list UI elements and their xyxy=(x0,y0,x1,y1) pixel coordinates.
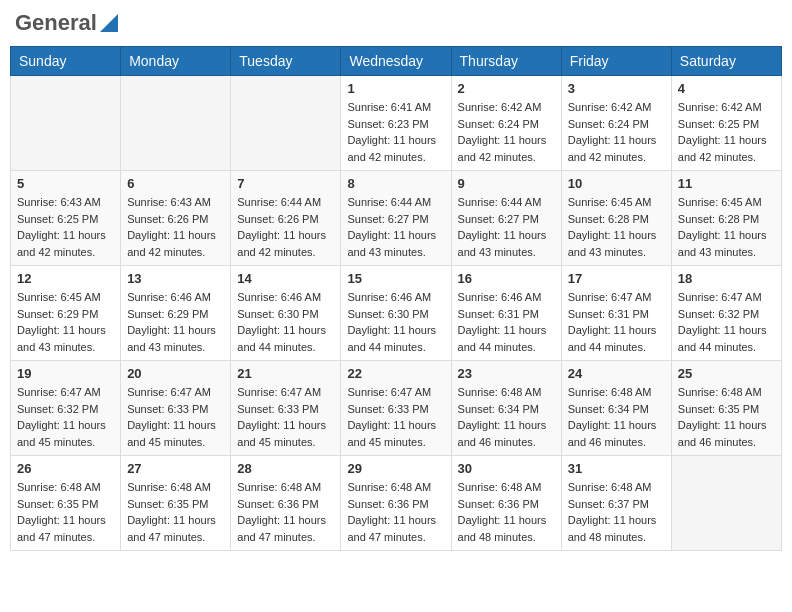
calendar-cell: 3Sunrise: 6:42 AM Sunset: 6:24 PM Daylig… xyxy=(561,76,671,171)
day-number: 13 xyxy=(127,271,224,286)
day-info: Sunrise: 6:47 AM Sunset: 6:33 PM Dayligh… xyxy=(237,384,334,450)
day-info: Sunrise: 6:44 AM Sunset: 6:26 PM Dayligh… xyxy=(237,194,334,260)
calendar-cell xyxy=(671,456,781,551)
day-info: Sunrise: 6:42 AM Sunset: 6:24 PM Dayligh… xyxy=(458,99,555,165)
day-info: Sunrise: 6:43 AM Sunset: 6:26 PM Dayligh… xyxy=(127,194,224,260)
day-info: Sunrise: 6:47 AM Sunset: 6:32 PM Dayligh… xyxy=(678,289,775,355)
day-info: Sunrise: 6:47 AM Sunset: 6:33 PM Dayligh… xyxy=(127,384,224,450)
day-of-week-header: Sunday xyxy=(11,47,121,76)
day-info: Sunrise: 6:47 AM Sunset: 6:31 PM Dayligh… xyxy=(568,289,665,355)
calendar-cell: 7Sunrise: 6:44 AM Sunset: 6:26 PM Daylig… xyxy=(231,171,341,266)
day-number: 17 xyxy=(568,271,665,286)
day-number: 25 xyxy=(678,366,775,381)
day-info: Sunrise: 6:46 AM Sunset: 6:29 PM Dayligh… xyxy=(127,289,224,355)
calendar-cell: 22Sunrise: 6:47 AM Sunset: 6:33 PM Dayli… xyxy=(341,361,451,456)
calendar-cell: 27Sunrise: 6:48 AM Sunset: 6:35 PM Dayli… xyxy=(121,456,231,551)
day-number: 20 xyxy=(127,366,224,381)
day-number: 2 xyxy=(458,81,555,96)
day-info: Sunrise: 6:48 AM Sunset: 6:35 PM Dayligh… xyxy=(127,479,224,545)
day-number: 15 xyxy=(347,271,444,286)
day-of-week-header: Wednesday xyxy=(341,47,451,76)
day-number: 30 xyxy=(458,461,555,476)
calendar-header-row: SundayMondayTuesdayWednesdayThursdayFrid… xyxy=(11,47,782,76)
calendar-cell: 25Sunrise: 6:48 AM Sunset: 6:35 PM Dayli… xyxy=(671,361,781,456)
calendar-cell: 28Sunrise: 6:48 AM Sunset: 6:36 PM Dayli… xyxy=(231,456,341,551)
calendar-cell xyxy=(11,76,121,171)
day-number: 22 xyxy=(347,366,444,381)
day-number: 18 xyxy=(678,271,775,286)
calendar-cell xyxy=(121,76,231,171)
day-number: 31 xyxy=(568,461,665,476)
calendar-cell: 11Sunrise: 6:45 AM Sunset: 6:28 PM Dayli… xyxy=(671,171,781,266)
calendar-cell: 31Sunrise: 6:48 AM Sunset: 6:37 PM Dayli… xyxy=(561,456,671,551)
calendar-cell: 20Sunrise: 6:47 AM Sunset: 6:33 PM Dayli… xyxy=(121,361,231,456)
day-info: Sunrise: 6:48 AM Sunset: 6:34 PM Dayligh… xyxy=(458,384,555,450)
calendar-cell: 16Sunrise: 6:46 AM Sunset: 6:31 PM Dayli… xyxy=(451,266,561,361)
day-info: Sunrise: 6:47 AM Sunset: 6:32 PM Dayligh… xyxy=(17,384,114,450)
day-number: 23 xyxy=(458,366,555,381)
calendar-week-row: 1Sunrise: 6:41 AM Sunset: 6:23 PM Daylig… xyxy=(11,76,782,171)
day-info: Sunrise: 6:44 AM Sunset: 6:27 PM Dayligh… xyxy=(458,194,555,260)
day-info: Sunrise: 6:44 AM Sunset: 6:27 PM Dayligh… xyxy=(347,194,444,260)
logo: General xyxy=(15,10,118,36)
day-info: Sunrise: 6:48 AM Sunset: 6:36 PM Dayligh… xyxy=(458,479,555,545)
day-number: 12 xyxy=(17,271,114,286)
day-number: 21 xyxy=(237,366,334,381)
calendar-week-row: 19Sunrise: 6:47 AM Sunset: 6:32 PM Dayli… xyxy=(11,361,782,456)
calendar-cell: 2Sunrise: 6:42 AM Sunset: 6:24 PM Daylig… xyxy=(451,76,561,171)
day-number: 19 xyxy=(17,366,114,381)
day-of-week-header: Monday xyxy=(121,47,231,76)
calendar-cell: 1Sunrise: 6:41 AM Sunset: 6:23 PM Daylig… xyxy=(341,76,451,171)
day-of-week-header: Friday xyxy=(561,47,671,76)
day-number: 8 xyxy=(347,176,444,191)
day-number: 26 xyxy=(17,461,114,476)
calendar-cell: 6Sunrise: 6:43 AM Sunset: 6:26 PM Daylig… xyxy=(121,171,231,266)
calendar-week-row: 12Sunrise: 6:45 AM Sunset: 6:29 PM Dayli… xyxy=(11,266,782,361)
day-number: 3 xyxy=(568,81,665,96)
calendar-cell: 9Sunrise: 6:44 AM Sunset: 6:27 PM Daylig… xyxy=(451,171,561,266)
calendar-cell: 29Sunrise: 6:48 AM Sunset: 6:36 PM Dayli… xyxy=(341,456,451,551)
day-number: 16 xyxy=(458,271,555,286)
day-info: Sunrise: 6:45 AM Sunset: 6:29 PM Dayligh… xyxy=(17,289,114,355)
day-info: Sunrise: 6:45 AM Sunset: 6:28 PM Dayligh… xyxy=(678,194,775,260)
calendar-cell: 8Sunrise: 6:44 AM Sunset: 6:27 PM Daylig… xyxy=(341,171,451,266)
svg-marker-0 xyxy=(100,14,118,32)
page-header: General xyxy=(10,10,782,36)
calendar-cell: 12Sunrise: 6:45 AM Sunset: 6:29 PM Dayli… xyxy=(11,266,121,361)
calendar-cell: 18Sunrise: 6:47 AM Sunset: 6:32 PM Dayli… xyxy=(671,266,781,361)
day-info: Sunrise: 6:48 AM Sunset: 6:37 PM Dayligh… xyxy=(568,479,665,545)
day-info: Sunrise: 6:45 AM Sunset: 6:28 PM Dayligh… xyxy=(568,194,665,260)
day-of-week-header: Thursday xyxy=(451,47,561,76)
calendar-cell: 23Sunrise: 6:48 AM Sunset: 6:34 PM Dayli… xyxy=(451,361,561,456)
day-of-week-header: Saturday xyxy=(671,47,781,76)
day-info: Sunrise: 6:48 AM Sunset: 6:34 PM Dayligh… xyxy=(568,384,665,450)
day-number: 4 xyxy=(678,81,775,96)
day-info: Sunrise: 6:46 AM Sunset: 6:30 PM Dayligh… xyxy=(237,289,334,355)
calendar-cell: 10Sunrise: 6:45 AM Sunset: 6:28 PM Dayli… xyxy=(561,171,671,266)
day-number: 27 xyxy=(127,461,224,476)
day-number: 28 xyxy=(237,461,334,476)
day-info: Sunrise: 6:46 AM Sunset: 6:31 PM Dayligh… xyxy=(458,289,555,355)
day-number: 9 xyxy=(458,176,555,191)
calendar-cell xyxy=(231,76,341,171)
day-info: Sunrise: 6:42 AM Sunset: 6:25 PM Dayligh… xyxy=(678,99,775,165)
calendar-cell: 13Sunrise: 6:46 AM Sunset: 6:29 PM Dayli… xyxy=(121,266,231,361)
day-number: 14 xyxy=(237,271,334,286)
day-number: 5 xyxy=(17,176,114,191)
calendar-cell: 14Sunrise: 6:46 AM Sunset: 6:30 PM Dayli… xyxy=(231,266,341,361)
calendar-cell: 4Sunrise: 6:42 AM Sunset: 6:25 PM Daylig… xyxy=(671,76,781,171)
calendar-cell: 24Sunrise: 6:48 AM Sunset: 6:34 PM Dayli… xyxy=(561,361,671,456)
day-number: 7 xyxy=(237,176,334,191)
calendar-cell: 5Sunrise: 6:43 AM Sunset: 6:25 PM Daylig… xyxy=(11,171,121,266)
day-info: Sunrise: 6:48 AM Sunset: 6:35 PM Dayligh… xyxy=(17,479,114,545)
day-info: Sunrise: 6:48 AM Sunset: 6:36 PM Dayligh… xyxy=(347,479,444,545)
day-info: Sunrise: 6:41 AM Sunset: 6:23 PM Dayligh… xyxy=(347,99,444,165)
logo-general: General xyxy=(15,10,97,36)
day-number: 24 xyxy=(568,366,665,381)
day-info: Sunrise: 6:42 AM Sunset: 6:24 PM Dayligh… xyxy=(568,99,665,165)
logo-triangle-icon xyxy=(100,14,118,32)
day-info: Sunrise: 6:48 AM Sunset: 6:36 PM Dayligh… xyxy=(237,479,334,545)
day-number: 1 xyxy=(347,81,444,96)
calendar-table: SundayMondayTuesdayWednesdayThursdayFrid… xyxy=(10,46,782,551)
day-of-week-header: Tuesday xyxy=(231,47,341,76)
